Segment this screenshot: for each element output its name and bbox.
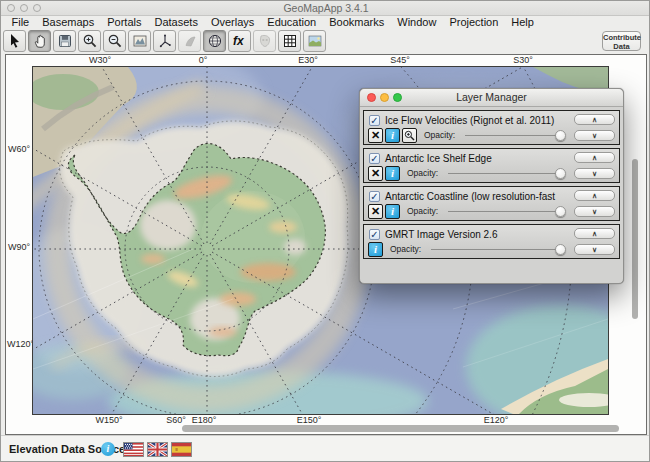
status-bar: Elevation Data Sources i [1,435,650,462]
layer-up-button[interactable]: ∧ [574,114,615,125]
layer-down-button[interactable]: ∨ [574,168,615,179]
layer-up-button[interactable]: ∧ [574,190,615,201]
grid-label: W90° [7,242,30,252]
image-overlay-icon [307,33,323,49]
layer-close-button[interactable]: ✕ [368,128,383,143]
layer-visibility-checkbox[interactable]: ✓ [369,229,380,240]
layer-visibility-checkbox[interactable]: ✓ [369,191,380,202]
layer-close-button[interactable]: ✕ [368,204,383,219]
opacity-label: Opacity: [407,206,438,216]
menu-basemaps[interactable]: Basemaps [36,16,101,28]
layer-down-button[interactable]: ∨ [574,244,615,255]
zoom-to-layer-icon [404,130,415,141]
grid-label: W120° [7,339,30,349]
profile-tool-button[interactable] [128,30,151,52]
layer-manager-titlebar[interactable]: Layer Manager [360,89,623,107]
layer-manager-body: ✓ Ice Flow Velocities (Rignot et al. 201… [360,107,623,265]
slider-knob[interactable] [555,206,566,217]
svg-text:fx: fx [233,34,245,48]
contribute-line1: Contribute [603,33,640,42]
layer-close-button[interactable]: ✕ [368,166,383,181]
grid-label: 0° [186,55,220,65]
us-flag-icon[interactable] [123,442,144,457]
grid-table-icon [282,33,298,49]
zoom-out-icon [107,33,123,49]
window-title: GeoMapApp 3.4.1 [1,2,650,14]
uk-flag-icon[interactable] [147,442,168,457]
select-tool-button[interactable] [3,30,26,52]
grid-label: E180° [187,415,221,425]
geomapapp-window: GeoMapApp 3.4.1 File Basemaps Portals Da… [0,0,650,462]
layer-down-button[interactable]: ∨ [574,206,615,217]
overlay-tool-button[interactable] [303,30,326,52]
opacity-slider[interactable] [457,128,571,143]
layer-up-button[interactable]: ∧ [574,228,615,239]
mask-tool-button[interactable] [253,30,276,52]
menu-bookmarks[interactable]: Bookmarks [323,16,391,28]
grid-label: W30° [83,55,117,65]
layer-manager-title: Layer Manager [360,91,623,103]
layer-panel: ✓ Ice Flow Velocities (Rignot et al. 201… [363,110,620,145]
info-icon[interactable]: i [101,442,115,456]
zoom-out-button[interactable] [103,30,126,52]
cursor-arrow-icon [7,33,23,49]
opacity-slider[interactable] [423,242,571,257]
layer-down-button[interactable]: ∨ [574,130,615,141]
slider-knob[interactable] [555,130,566,141]
opacity-slider[interactable] [440,204,571,219]
layer-info-button[interactable]: i [385,166,400,181]
contribute-data-button[interactable]: Contribute Data [602,31,641,51]
zoom-in-button[interactable] [78,30,101,52]
map-content-area: W30° 0° E30° S45° S30° W60° W90° W120° W… [5,54,647,435]
layer-name: Ice Flow Velocities (Rignot et al. 2011) [385,115,554,126]
layer-zoom-button[interactable] [402,128,417,143]
zoom-in-icon [82,33,98,49]
grid-label: E150° [292,415,326,425]
fx-icon: fx [231,33,249,49]
save-button[interactable] [53,30,76,52]
window-titlebar[interactable]: GeoMapApp 3.4.1 [1,1,650,16]
layer-name: GMRT Image Version 2.6 [385,229,497,240]
menu-file[interactable]: File [5,16,36,28]
xyz-tool-button[interactable] [153,30,176,52]
function-tool-button[interactable]: fx [228,30,251,52]
menu-datasets[interactable]: Datasets [148,16,204,28]
contribute-line2: Data [603,42,640,51]
opacity-label: Opacity: [424,130,455,140]
globe-tool-button[interactable] [203,30,226,52]
shape-layer-icon [182,33,198,49]
layer-manager-window: Layer Manager ✓ Ice Flow Velocities (Rig… [359,88,624,284]
layer-info-button[interactable]: i [368,242,383,257]
pan-tool-button[interactable] [28,30,51,52]
layer-visibility-checkbox[interactable]: ✓ [369,115,380,126]
shapes-tool-button[interactable] [178,30,201,52]
spain-flag-icon[interactable] [171,442,192,457]
layer-visibility-checkbox[interactable]: ✓ [369,153,380,164]
layer-panel: ✓ Antarctic Ice Shelf Edge ∧ ✕ i Opacity… [363,148,620,183]
menu-window[interactable]: Window [391,16,443,28]
opacity-slider[interactable] [440,166,571,181]
horizontal-scrollbar[interactable] [182,425,619,432]
grid-tool-button[interactable] [278,30,301,52]
hand-icon [32,33,48,49]
grid-label: W60° [7,144,30,154]
opacity-label: Opacity: [407,168,438,178]
layer-panel: ✓ Antarctic Coastline (low resolution-fa… [363,186,620,221]
mask-icon [257,33,273,49]
vertical-scrollbar[interactable] [632,159,638,319]
menu-projection[interactable]: Projection [443,16,505,28]
layer-info-button[interactable]: i [385,204,400,219]
menu-education[interactable]: Education [261,16,323,28]
slider-knob[interactable] [555,244,566,255]
grid-label: W150° [92,415,126,425]
opacity-label: Opacity: [390,244,421,254]
menu-portals[interactable]: Portals [101,16,148,28]
layer-up-button[interactable]: ∧ [574,152,615,163]
layer-info-button[interactable]: i [385,128,400,143]
xyz-axes-icon [157,33,173,49]
menu-overlays[interactable]: Overlays [204,16,260,28]
slider-knob[interactable] [555,168,566,179]
menu-bar: File Basemaps Portals Datasets Overlays … [1,15,650,29]
slider-track [465,135,564,137]
menu-help[interactable]: Help [505,16,541,28]
